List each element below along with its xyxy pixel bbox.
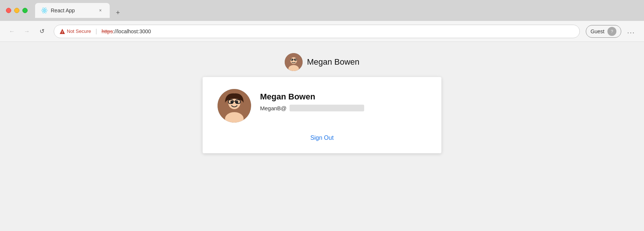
avatar-small-svg xyxy=(285,53,303,71)
profile-label: Guest xyxy=(591,28,604,34)
tab-title: React App xyxy=(51,7,94,13)
minimize-window-button[interactable] xyxy=(14,8,19,13)
active-tab[interactable]: React App × xyxy=(35,3,110,18)
profile-button[interactable]: Guest ? xyxy=(586,25,621,38)
reload-button[interactable]: ↺ xyxy=(36,25,48,37)
security-warning: ! Not Secure xyxy=(59,28,91,34)
new-tab-button[interactable]: + xyxy=(113,7,123,18)
user-header: Megan Bowen xyxy=(285,53,360,71)
profile-icon: ? xyxy=(607,27,616,36)
user-info: Megan Bowen MeganB@ xyxy=(260,89,426,111)
forward-button[interactable]: → xyxy=(21,25,33,37)
tab-favicon xyxy=(41,7,48,14)
more-options-button[interactable]: ... xyxy=(624,26,638,37)
url-rest: ://localhost:3000 xyxy=(113,28,151,34)
profile-card-inner: Megan Bowen MeganB@ xyxy=(218,89,426,123)
url-text: https://localhost:3000 xyxy=(101,28,151,34)
close-window-button[interactable] xyxy=(6,8,11,13)
svg-point-0 xyxy=(44,10,45,11)
user-email-prefix: MeganB@ xyxy=(260,105,287,111)
question-mark-icon: ? xyxy=(611,29,613,34)
warning-triangle-icon: ! xyxy=(59,28,65,34)
title-bar: React App × + xyxy=(0,0,644,21)
user-avatar-large xyxy=(218,89,251,123)
sign-out-button[interactable]: Sign Out xyxy=(310,135,334,141)
user-header-name: Megan Bowen xyxy=(307,57,360,67)
toolbar: ← → ↺ ! Not Secure | https://localhost:3… xyxy=(0,21,644,42)
url-https: https xyxy=(101,28,113,34)
avatar-large-svg xyxy=(218,89,251,123)
not-secure-label: Not Secure xyxy=(67,28,91,34)
address-bar[interactable]: ! Not Secure | https://localhost:3000 xyxy=(54,25,580,38)
tab-close-button[interactable]: × xyxy=(97,7,104,14)
page-content: Megan Bowen xyxy=(0,42,644,231)
user-email-row: MeganB@ xyxy=(260,105,426,111)
profile-card: Megan Bowen MeganB@ Sign Out xyxy=(203,77,441,153)
react-icon xyxy=(41,7,48,14)
tab-bar: React App × + xyxy=(35,3,638,18)
back-button[interactable]: ← xyxy=(6,25,18,37)
user-display-name: Megan Bowen xyxy=(260,92,426,102)
url-separator: | xyxy=(96,28,97,35)
traffic-lights xyxy=(6,8,28,13)
user-avatar-small xyxy=(285,53,303,71)
maximize-window-button[interactable] xyxy=(22,8,28,13)
user-email-blur xyxy=(290,105,364,111)
svg-text:!: ! xyxy=(62,30,63,34)
